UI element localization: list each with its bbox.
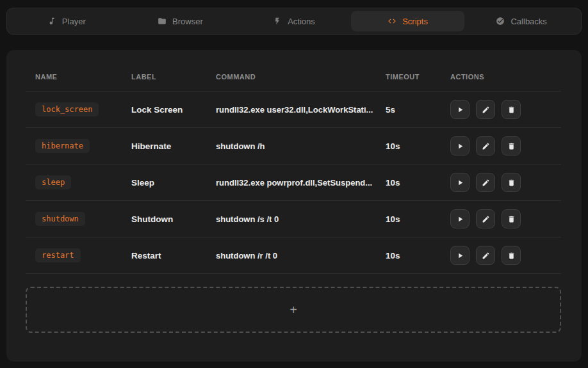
tab-label: Player [62,17,86,26]
table-body: lock_screen Lock Screen rundll32.exe use… [26,92,561,274]
tab-label: Browser [172,17,203,26]
script-command: rundll32.exe user32.dll,LockWorkStati... [216,105,386,115]
script-label: Restart [131,251,216,260]
play-icon [456,142,464,150]
trash-icon [507,252,516,260]
delete-script-button[interactable] [502,246,521,265]
column-header-command: COMMAND [216,73,386,81]
script-actions [450,246,561,265]
lightning-icon [273,17,282,26]
pencil-icon [482,106,490,114]
music-note-icon [47,17,56,26]
trash-icon [507,179,516,187]
edit-script-button[interactable] [476,209,495,228]
trash-icon [507,215,516,223]
script-label: Lock Screen [131,105,216,115]
run-script-button[interactable] [450,136,470,156]
script-name-badge: lock_screen [35,102,99,116]
column-header-actions: ACTIONS [450,73,561,81]
pencil-icon [482,252,490,260]
top-tab-bar: Player Browser Actions Scripts Callbacks [6,8,582,35]
table-row: lock_screen Lock Screen rundll32.exe use… [26,92,561,128]
script-actions [450,209,561,228]
table-header-row: NAME LABEL COMMAND TIMEOUT ACTIONS [26,73,561,92]
script-actions [450,100,561,119]
play-icon [456,252,464,260]
pencil-icon [482,142,490,150]
code-icon [388,17,396,26]
script-timeout: 10s [386,214,450,224]
table-row: restart Restart shutdown /r /t 0 10s [26,237,561,274]
script-command: shutdown /h [216,141,386,151]
edit-script-button[interactable] [476,100,495,119]
tab-player[interactable]: Player [10,11,124,31]
delete-script-button[interactable] [502,173,521,192]
play-icon [456,179,464,187]
script-name-badge: hibernate [35,139,90,153]
tab-scripts[interactable]: Scripts [351,11,465,31]
run-script-button[interactable] [450,100,470,119]
edit-script-button[interactable] [476,136,495,156]
run-script-button[interactable] [450,209,470,228]
edit-script-button[interactable] [476,173,495,192]
tab-label: Actions [288,17,315,26]
column-header-name: NAME [26,73,131,81]
script-label: Hibernate [131,141,216,151]
table-row: sleep Sleep rundll32.exe powrprof.dll,Se… [26,164,561,201]
pencil-icon [482,215,490,223]
tab-label: Scripts [402,17,428,26]
play-icon [456,106,464,114]
script-name-badge: sleep [35,175,71,189]
script-command: shutdown /r /t 0 [216,251,386,260]
script-name-badge: shutdown [35,212,85,226]
script-name-badge: restart [35,248,81,262]
script-command: rundll32.exe powrprof.dll,SetSuspend... [216,178,386,188]
trash-icon [507,106,516,114]
tab-callbacks[interactable]: Callbacks [464,11,578,31]
table-row: hibernate Hibernate shutdown /h 10s [26,128,561,164]
run-script-button[interactable] [450,173,470,192]
scripts-panel: NAME LABEL COMMAND TIMEOUT ACTIONS lock_… [6,50,582,362]
script-command: shutdown /s /t 0 [216,214,386,224]
trash-icon [507,142,516,150]
delete-script-button[interactable] [502,136,521,156]
script-actions [450,136,561,156]
run-script-button[interactable] [450,246,470,265]
script-timeout: 10s [386,141,450,151]
script-timeout: 10s [386,178,450,188]
column-header-label: LABEL [131,73,216,81]
folder-icon [158,17,167,26]
script-label: Sleep [131,178,216,188]
edit-script-button[interactable] [476,246,495,265]
play-icon [456,215,464,223]
script-timeout: 5s [386,105,450,115]
script-timeout: 10s [386,251,450,260]
check-circle-icon [496,17,505,26]
delete-script-button[interactable] [502,209,521,228]
column-header-timeout: TIMEOUT [386,73,450,81]
tab-label: Callbacks [510,17,546,26]
add-script-dropzone[interactable]: + [26,287,561,333]
script-label: Shutdown [131,214,216,224]
tab-browser[interactable]: Browser [124,11,238,31]
plus-icon: + [290,303,297,316]
delete-script-button[interactable] [502,100,521,119]
pencil-icon [482,179,490,187]
table-row: shutdown Shutdown shutdown /s /t 0 10s [26,201,561,237]
script-actions [450,173,561,192]
tab-actions[interactable]: Actions [237,11,351,31]
